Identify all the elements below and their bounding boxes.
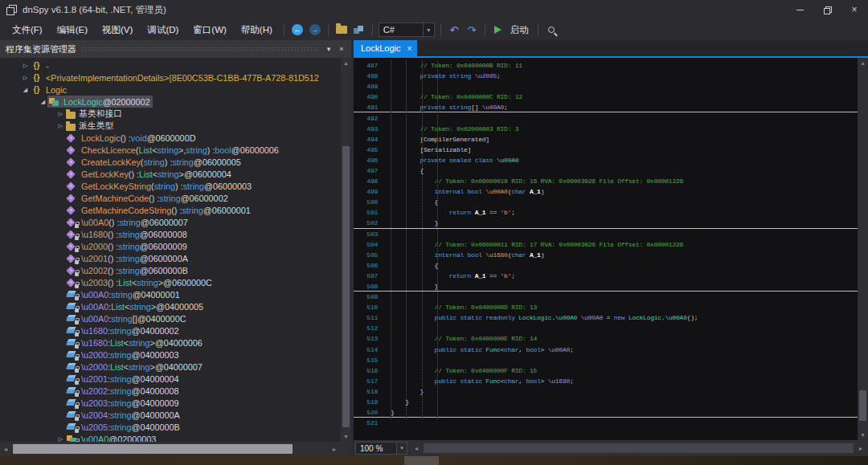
editor-scrollbar-thumb[interactable] xyxy=(859,390,866,421)
tree-item[interactable]: LockLogic() : void @0600000D xyxy=(0,132,351,144)
tree-item[interactable]: \u1680 : string @04000002 xyxy=(0,324,351,337)
scroll-up-icon[interactable]: ▲ xyxy=(858,58,868,68)
editor-horizontal-scrollbar[interactable]: ◂ ▸ xyxy=(411,440,868,456)
scroll-up-icon[interactable]: ▲ xyxy=(341,58,351,68)
tree-item[interactable]: \u00A0 : string @04000001 xyxy=(0,288,351,300)
chevron-down-icon: ▾ xyxy=(327,45,331,53)
line-number: 508 xyxy=(354,283,378,290)
expander-icon[interactable]: ◢ xyxy=(21,87,30,93)
close-button[interactable]: × xyxy=(841,0,868,19)
tree-item[interactable]: \u2002() : string @0600000B xyxy=(0,264,351,276)
restore-icon xyxy=(824,6,830,13)
tab-close-icon[interactable]: × xyxy=(407,44,412,53)
assembly-tree[interactable]: ▷{}-▷{}<PrivateImplementationDetails>{8E… xyxy=(0,58,351,442)
search-icon xyxy=(548,27,555,33)
scroll-right-icon[interactable]: ▸ xyxy=(329,442,340,456)
tree-item[interactable]: GetLockKeyString(string) : string @06000… xyxy=(0,180,351,192)
tree-item[interactable]: ▷\u00A0 @02000003 xyxy=(0,433,351,442)
expander-icon[interactable]: ▷ xyxy=(21,63,30,69)
expander-icon[interactable]: ◢ xyxy=(39,99,47,105)
expander-icon[interactable]: ▷ xyxy=(56,436,65,443)
code-line: 517 public static Func<char, bool> \u168… xyxy=(354,376,868,386)
tree-item[interactable]: \u2003 : string @04000009 xyxy=(0,397,351,409)
panel-menu-button[interactable]: ▾ xyxy=(322,43,335,55)
code-editor[interactable]: 487 // Token: 0x0400000B RID: 11488 priv… xyxy=(354,58,868,440)
menu-window[interactable]: 窗口(W) xyxy=(186,21,234,39)
search-button[interactable] xyxy=(542,22,560,38)
undo-button[interactable]: ↶ xyxy=(445,22,463,38)
redo-button[interactable]: ↷ xyxy=(463,22,481,38)
tree-item[interactable]: CheckLicence(List<string>, string) : boo… xyxy=(0,144,351,156)
expander-icon[interactable]: ▷ xyxy=(21,75,30,81)
expander-icon[interactable]: ▷ xyxy=(56,111,65,117)
editor-vertical-scrollbar[interactable]: ▲ ▼ xyxy=(858,58,868,440)
tree-item[interactable]: GetMachineCode() : string @06000002 xyxy=(0,192,351,204)
tree-item[interactable]: \u2000() : string @06000009 xyxy=(0,240,351,252)
tree-item[interactable]: ▷派生类型 xyxy=(0,120,351,132)
editor-hscrollbar-thumb[interactable] xyxy=(424,443,854,453)
tree-scrollbar-thumb[interactable] xyxy=(342,146,350,427)
tree-item[interactable]: \u00A0() : string @06000007 xyxy=(0,216,351,228)
zoom-level-combobox[interactable]: 100 % xyxy=(355,442,397,455)
tree-item[interactable]: GetMachineCodeString() : string @0600000… xyxy=(0,204,351,216)
class-icon xyxy=(66,434,78,443)
scroll-left-icon[interactable]: ◂ xyxy=(411,440,422,456)
panel-close-button[interactable]: × xyxy=(335,43,348,55)
navigate-back-button[interactable]: ← xyxy=(289,22,306,38)
tree-item[interactable]: \u2003() : List<string> @0600000C xyxy=(0,276,351,288)
menu-file[interactable]: 文件(F) xyxy=(5,21,50,39)
scroll-right-icon[interactable]: ▸ xyxy=(855,440,866,456)
tree-horizontal-scrollbar[interactable]: ◂ ▸ xyxy=(0,442,351,456)
tree-item[interactable]: ▷{}<PrivateImplementationDetails>{8E00C5… xyxy=(0,71,351,84)
code-line: 505 internal bool \u1680(char A_1) xyxy=(354,250,868,260)
restore-button[interactable] xyxy=(813,0,841,19)
tree-item[interactable]: \u1680 : List<string> @04000006 xyxy=(0,337,351,349)
tree-item[interactable]: GetLockKey() : List<string> @06000004 xyxy=(0,168,351,180)
class-icon xyxy=(48,97,60,107)
tree-item[interactable]: \u00A0 : List<string> @04000005 xyxy=(0,300,351,312)
menu-bar: 文件(F) 编辑(E) 视图(V) 调试(D) 窗口(W) 帮助(H) ← → … xyxy=(0,19,868,40)
menu-view[interactable]: 视图(V) xyxy=(95,21,140,39)
menu-edit[interactable]: 编辑(E) xyxy=(50,21,95,39)
expander-icon[interactable]: ▷ xyxy=(56,123,65,129)
tree-item[interactable]: \u2000 : string @04000003 xyxy=(0,349,351,361)
tree-item[interactable]: \u2000 : List<string> @04000007 xyxy=(0,361,351,373)
start-label[interactable]: 启动 xyxy=(507,24,534,36)
scroll-down-icon[interactable]: ▼ xyxy=(858,430,868,440)
menu-debug[interactable]: 调试(D) xyxy=(140,21,186,39)
tree-item[interactable]: \u00A0 : string[] @0400000C xyxy=(0,312,351,324)
tree-hscrollbar-thumb[interactable] xyxy=(13,444,293,454)
namespace-icon: {} xyxy=(31,61,43,71)
tree-item[interactable]: \u2005 : string @0400000B xyxy=(0,421,351,433)
tree-item[interactable]: \u2001() : string @0600000A xyxy=(0,252,351,264)
tree-item[interactable]: \u2004 : string @0400000A xyxy=(0,409,351,421)
windows-taskbar-sliver xyxy=(0,456,868,465)
tab-locklogic[interactable]: LockLogic × xyxy=(354,40,417,56)
minimize-button[interactable] xyxy=(786,0,813,19)
tree-item[interactable]: \u2002 : string @04000008 xyxy=(0,385,351,397)
tree-item[interactable]: \u1680() : string @06000008 xyxy=(0,228,351,240)
tree-item[interactable]: ◢LockLogic @02000002 xyxy=(0,96,351,108)
line-number: 501 xyxy=(354,209,378,216)
menu-help[interactable]: 帮助(H) xyxy=(234,21,280,39)
reload-assemblies-button[interactable] xyxy=(350,22,368,38)
code-line: 507 return A_1 == 'b'; xyxy=(354,271,868,281)
tree-item[interactable]: ▷{}- xyxy=(0,59,351,71)
tree-item[interactable]: \u2001 : string @04000004 xyxy=(0,373,351,385)
language-combobox[interactable]: C# ▾ xyxy=(379,22,435,37)
tree-vertical-scrollbar[interactable]: ▲ ▼ xyxy=(341,58,351,442)
code-line: 488 private string \u2005; xyxy=(354,71,868,81)
tree-item[interactable]: CreateLockKey(string) : string @06000005 xyxy=(0,156,351,168)
zoom-dropdown-button[interactable]: ▾ xyxy=(397,442,407,455)
lock-badge-icon xyxy=(75,260,79,264)
navigate-forward-button[interactable]: → xyxy=(306,22,324,38)
tree-item[interactable]: ▷基类和接口 xyxy=(0,108,351,120)
scroll-left-icon[interactable]: ◂ xyxy=(0,442,11,456)
tree-item[interactable]: ◢{}Logic xyxy=(0,84,351,96)
tab-strip: LockLogic × xyxy=(354,40,868,58)
code-line: 494 [CompilerGenerated] xyxy=(354,134,868,145)
start-debugging-button[interactable] xyxy=(489,22,507,38)
open-file-button[interactable] xyxy=(333,22,350,38)
taskbar-button[interactable] xyxy=(404,456,439,465)
scroll-down-icon[interactable]: ▼ xyxy=(341,431,351,442)
